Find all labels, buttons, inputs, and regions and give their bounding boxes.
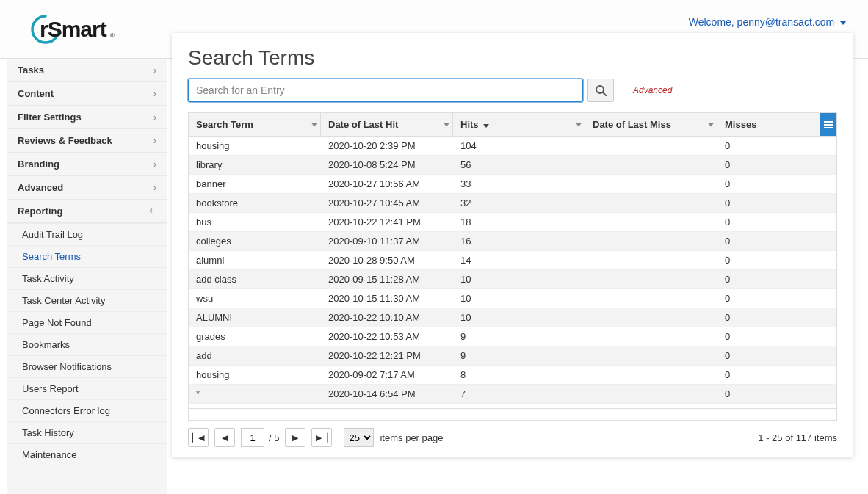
table-row[interactable]: alumni2020-10-28 9:50 AM140 bbox=[189, 251, 836, 270]
table-row[interactable]: *2020-10-14 6:54 PM70 bbox=[189, 385, 836, 404]
chevron-right-icon: › bbox=[153, 183, 156, 193]
sidebar-item-page-not-found[interactable]: Page Not Found bbox=[7, 311, 167, 333]
sidebar-group-label: Reviews & Feedback bbox=[18, 135, 112, 146]
table-row[interactable]: colleges2020-09-10 11:37 AM160 bbox=[189, 232, 836, 251]
cell: 0 bbox=[717, 308, 836, 327]
sidebar-group-filter-settings[interactable]: Filter Settings› bbox=[7, 106, 167, 129]
cell bbox=[585, 251, 717, 269]
table-row[interactable]: ALUMNI2020-10-22 10:10 AM100 bbox=[189, 308, 836, 327]
search-button[interactable] bbox=[587, 79, 614, 102]
user-menu[interactable]: Welcome, penny@transact.com bbox=[689, 16, 846, 28]
sidebar-group-content[interactable]: Content› bbox=[7, 82, 167, 106]
sidebar-item-audit-trail-log[interactable]: Audit Trail Log bbox=[7, 223, 167, 245]
cell: wsu bbox=[189, 289, 321, 308]
cell bbox=[585, 213, 717, 231]
sidebar-item-task-history[interactable]: Task History bbox=[7, 421, 167, 443]
column-header-search-term[interactable]: Search Term bbox=[189, 113, 321, 136]
grid-body[interactable]: housing2020-10-20 2:39 PM1040library2020… bbox=[189, 137, 836, 408]
pager-summary: 1 - 25 of 117 items bbox=[758, 432, 837, 443]
column-filter-icon[interactable] bbox=[576, 123, 582, 126]
table-row[interactable]: grades2020-10-22 10:53 AM90 bbox=[189, 327, 836, 346]
page-input[interactable] bbox=[241, 428, 264, 447]
cell: 2020-09-02 7:17 AM bbox=[321, 366, 453, 384]
cell: 0 bbox=[717, 270, 836, 288]
cell: 0 bbox=[717, 232, 836, 250]
chevron-right-icon: › bbox=[153, 159, 156, 170]
cell: 2020-10-22 10:53 AM bbox=[321, 327, 453, 346]
cell: colleges bbox=[189, 232, 321, 250]
cell: 10 bbox=[453, 270, 585, 288]
cell: 0 bbox=[717, 346, 836, 365]
prev-page-button[interactable]: ◀ bbox=[214, 428, 235, 447]
sidebar-item-search-terms[interactable]: Search Terms bbox=[7, 245, 167, 267]
column-filter-icon[interactable] bbox=[311, 123, 317, 126]
svg-line-1 bbox=[603, 92, 606, 95]
caret-down-icon bbox=[840, 21, 846, 25]
column-header-date-of-last-miss[interactable]: Date of Last Miss bbox=[585, 113, 717, 136]
grid-horizontal-scroll[interactable] bbox=[189, 408, 836, 420]
main-panel: Search Terms Advanced Search TermDate of… bbox=[172, 33, 853, 457]
column-header-label: Search Term bbox=[196, 119, 253, 130]
cell: ALUMNI bbox=[189, 308, 321, 327]
column-header-misses[interactable]: Misses bbox=[717, 113, 836, 136]
column-filter-icon[interactable] bbox=[708, 123, 714, 126]
sidebar-group-reporting[interactable]: Reporting⌄ bbox=[7, 200, 167, 223]
sidebar-group-reviews-feedback[interactable]: Reviews & Feedback› bbox=[7, 129, 167, 153]
cell: 2020-10-22 12:41 PM bbox=[321, 213, 453, 231]
results-grid: Search TermDate of Last HitHitsDate of L… bbox=[188, 112, 837, 421]
table-row[interactable]: housing2020-10-20 2:39 PM1040 bbox=[189, 137, 836, 156]
cell: 0 bbox=[717, 213, 836, 231]
next-page-button[interactable]: ▶ bbox=[285, 428, 305, 447]
sidebar-item-users-report[interactable]: Users Report bbox=[7, 377, 167, 399]
column-header-date-of-last-hit[interactable]: Date of Last Hit bbox=[321, 113, 453, 136]
table-row[interactable]: library2020-10-08 5:24 PM560 bbox=[189, 156, 836, 175]
sidebar-group-tasks[interactable]: Tasks› bbox=[7, 59, 167, 82]
pager: ▏◀ ◀ / 5 ▶ ▶▕ 25 items per page 1 - 25 o… bbox=[188, 421, 837, 447]
cell: 32 bbox=[453, 194, 585, 212]
table-row[interactable]: bus2020-10-22 12:41 PM180 bbox=[189, 213, 836, 232]
welcome-prefix: Welcome, bbox=[689, 16, 737, 28]
cell: 9 bbox=[453, 327, 585, 346]
cell: alumni bbox=[189, 251, 321, 269]
cell: 0 bbox=[717, 385, 836, 403]
cell bbox=[585, 385, 717, 403]
page-of-label: / 5 bbox=[269, 432, 279, 443]
sidebar-item-browser-notifications[interactable]: Browser Notifications bbox=[7, 355, 167, 377]
cell: 0 bbox=[717, 175, 836, 193]
page-size-select[interactable]: 25 bbox=[344, 428, 374, 447]
search-input[interactable] bbox=[188, 79, 583, 102]
sidebar-item-task-center-activity[interactable]: Task Center Activity bbox=[7, 289, 167, 311]
logo-text: rSmart bbox=[40, 17, 106, 42]
table-row[interactable]: wsu2020-10-15 11:30 AM100 bbox=[189, 289, 836, 308]
search-icon bbox=[595, 84, 607, 96]
cell: 2020-10-14 6:54 PM bbox=[321, 385, 453, 403]
table-row[interactable]: banner2020-10-27 10:56 AM330 bbox=[189, 175, 836, 194]
column-filter-icon[interactable] bbox=[444, 123, 449, 126]
column-header-hits[interactable]: Hits bbox=[453, 113, 585, 136]
column-header-label: Date of Last Miss bbox=[593, 119, 671, 130]
column-header-label: Date of Last Hit bbox=[328, 119, 398, 130]
table-row[interactable]: housing2020-09-02 7:17 AM80 bbox=[189, 366, 836, 385]
table-row[interactable]: add2020-10-22 12:21 PM90 bbox=[189, 346, 836, 366]
sidebar-item-bookmarks[interactable]: Bookmarks bbox=[7, 333, 167, 355]
sidebar-item-connectors-error-log[interactable]: Connectors Error log bbox=[7, 399, 167, 421]
sidebar-item-maintenance[interactable]: Maintenance bbox=[7, 443, 167, 465]
table-row[interactable]: bookstore2020-10-27 10:45 AM320 bbox=[189, 194, 836, 213]
chevron-right-icon: › bbox=[153, 89, 156, 99]
search-row: Advanced bbox=[188, 79, 837, 102]
cell bbox=[585, 137, 717, 155]
chevron-right-icon: › bbox=[153, 136, 156, 146]
column-menu-button[interactable] bbox=[820, 113, 836, 136]
cell: 0 bbox=[717, 137, 836, 155]
cell: 2020-10-22 12:21 PM bbox=[321, 346, 453, 365]
page-size-label: items per page bbox=[380, 432, 443, 443]
table-row[interactable]: add class2020-09-15 11:28 AM100 bbox=[189, 270, 836, 289]
sidebar-group-advanced[interactable]: Advanced› bbox=[7, 176, 167, 200]
chevron-right-icon: › bbox=[153, 65, 156, 76]
advanced-search-link[interactable]: Advanced bbox=[633, 85, 672, 95]
sidebar-group-branding[interactable]: Branding› bbox=[7, 153, 167, 176]
last-page-button[interactable]: ▶▕ bbox=[311, 428, 332, 447]
sidebar-item-task-activity[interactable]: Task Activity bbox=[7, 267, 167, 289]
first-page-button[interactable]: ▏◀ bbox=[188, 428, 209, 447]
cell: 7 bbox=[453, 385, 585, 403]
